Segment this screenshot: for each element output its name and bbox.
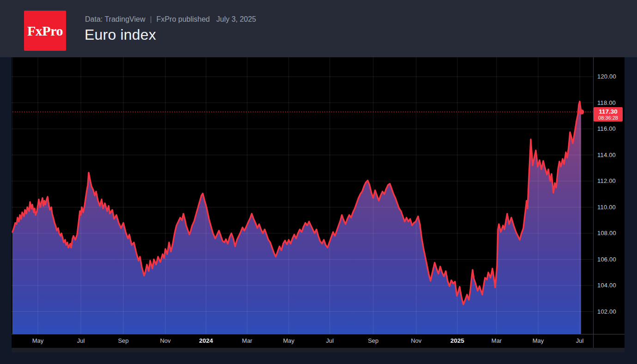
x-axis-label: Nov bbox=[402, 334, 430, 348]
y-axis-label: 116.00 bbox=[597, 125, 616, 133]
chart-meta-line: Data: TradingView|FxPro publishedJuly 3,… bbox=[85, 15, 256, 24]
last-price-dot bbox=[579, 109, 584, 115]
fxpro-logo: FxPro bbox=[24, 11, 66, 51]
x-axis-label: May bbox=[24, 334, 52, 348]
header-bar: FxPro Data: TradingView|FxPro publishedJ… bbox=[0, 0, 637, 57]
y-axis-label: 102.00 bbox=[597, 308, 616, 316]
x-axis-label: 2024 bbox=[192, 334, 220, 348]
x-axis-label: May bbox=[275, 334, 303, 348]
bottom-toolbar-strip bbox=[12, 348, 625, 352]
x-axis-label: Jul bbox=[566, 334, 594, 348]
x-axis-label: Mar bbox=[483, 334, 510, 348]
data-source-label: Data: TradingView bbox=[85, 15, 145, 23]
y-axis-label: 112.00 bbox=[597, 177, 616, 185]
x-axis-label: Sep bbox=[109, 334, 137, 348]
y-axis-label: 118.00 bbox=[597, 99, 616, 107]
x-axis-label: Nov bbox=[152, 334, 179, 348]
last-price-badge: 117.30 08:36:28 bbox=[594, 107, 623, 121]
publisher-label: FxPro published bbox=[157, 15, 210, 23]
y-axis-label: 114.00 bbox=[597, 151, 616, 159]
last-price-value: 117.30 bbox=[599, 108, 618, 115]
chart-canvas[interactable] bbox=[12, 57, 625, 348]
meta-divider: | bbox=[150, 15, 152, 23]
x-axis-label: May bbox=[524, 334, 552, 348]
y-axis-label: 106.00 bbox=[597, 255, 616, 264]
y-axis-label: 120.00 bbox=[597, 73, 616, 81]
page-title: Euro index bbox=[85, 26, 156, 43]
fxpro-logo-text: FxPro bbox=[27, 23, 63, 39]
y-axis-label: 110.00 bbox=[597, 203, 616, 212]
x-axis-label: 2025 bbox=[443, 334, 471, 348]
x-axis-label: Jul bbox=[67, 334, 95, 348]
last-price-time: 08:36:28 bbox=[598, 115, 618, 121]
y-axis-label: 108.00 bbox=[597, 229, 616, 237]
page-frame: FxPro Data: TradingView|FxPro publishedJ… bbox=[0, 0, 637, 364]
y-axis-label: 104.00 bbox=[597, 281, 616, 290]
x-axis-label: Sep bbox=[359, 334, 387, 348]
x-axis-label: Jul bbox=[316, 334, 344, 348]
price-chart[interactable]: 120.00118.00116.00114.00112.00110.00108.… bbox=[12, 57, 625, 348]
x-axis-label: Mar bbox=[233, 334, 261, 348]
publish-date: July 3, 2025 bbox=[216, 15, 256, 23]
area-fill bbox=[12, 102, 581, 334]
